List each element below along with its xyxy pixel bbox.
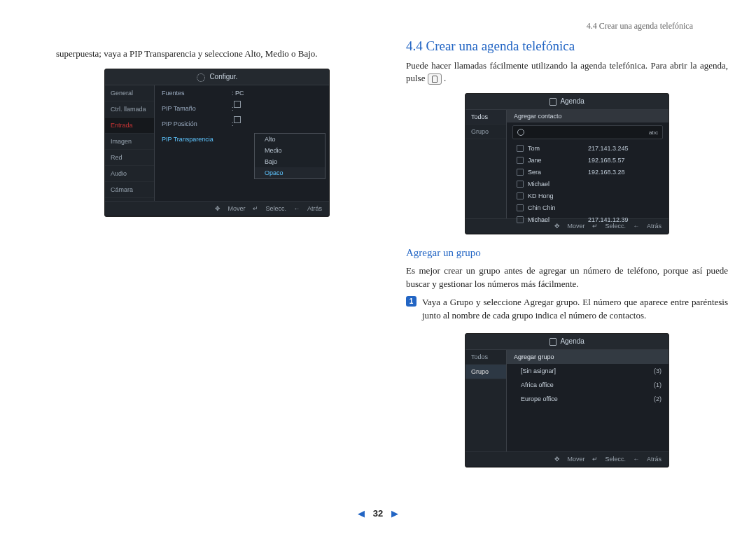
contact-row: KD Hong — [507, 190, 668, 202]
popup-opaco: Opaco — [255, 167, 325, 178]
side-entrada: Entrada — [105, 118, 154, 134]
side-audio: Audio — [105, 166, 154, 182]
popup-bajo: Bajo — [255, 156, 325, 167]
contact-row: Tom217.141.3.245 — [507, 142, 668, 154]
side-todos: Todos — [465, 110, 506, 125]
row-fuentes-val: : PC — [232, 85, 244, 101]
step1: 1 Vaya a Grupo y seleccione Agregar grup… — [406, 296, 728, 323]
p1: Puede hacer llamadas fácilmente utilizan… — [406, 59, 728, 85]
header-breadcrumb: 4.4 Crear una agenda telefónica — [587, 21, 693, 31]
group-row: Europe office(2) — [507, 392, 668, 406]
row-piptrans: PIP Transparencia — [162, 132, 232, 147]
abc-label: abc — [649, 129, 658, 136]
agenda1-main: Agregar contacto abc Tom217.141.3.245 Ja… — [507, 110, 668, 218]
agenda1-side: Todos Grupo — [465, 110, 507, 218]
agenda1-search: abc — [512, 125, 663, 139]
config-sidebar: General Ctrl. llamada Entrada Imagen Red… — [105, 85, 155, 201]
prev-page-icon[interactable]: ◀ — [358, 508, 365, 519]
section-heading: 4.4 Crear una agenda telefónica — [406, 38, 728, 54]
book-icon — [550, 98, 556, 106]
side-ctrl: Ctrl. llamada — [105, 101, 154, 118]
checkbox-icon — [517, 216, 524, 223]
config-main: Fuentes: PC PIP Tamaño: PIP Posición: PI… — [155, 85, 329, 201]
transparency-popup: Alto Medio Bajo Opaco — [254, 133, 326, 179]
left-intro-text: superpuesta; vaya a PIP Transparencia y … — [56, 48, 378, 60]
subsection-heading: Agregar un grupo — [406, 247, 728, 259]
contact-row: Jane192.168.5.57 — [507, 154, 668, 166]
group-row: [Sin asignar](3) — [507, 364, 668, 378]
agenda2-title: Agenda — [465, 334, 668, 350]
page-number: 32 — [373, 508, 383, 519]
next-page-icon[interactable]: ▶ — [391, 508, 398, 519]
foot-move: ✥ Mover — [215, 205, 246, 212]
agenda1-addbar: Agregar contacto — [507, 110, 668, 122]
contact-row: Michael217.141.12.39 — [507, 213, 668, 225]
agenda2-main: Agregar grupo [Sin asignar](3) Africa of… — [507, 350, 668, 451]
config-title-text: Configur. — [209, 73, 237, 80]
pippos-icon — [234, 116, 241, 123]
agenda1-title: Agenda — [465, 94, 668, 110]
agenda2-screenshot: Agenda Todos Grupo Agregar grupo [Sin as… — [465, 333, 669, 468]
side-grupo: Grupo — [465, 125, 506, 139]
contact-row: Michael — [507, 178, 668, 190]
step1-text: Vaya a Grupo y seleccione Agregar grupo.… — [422, 296, 728, 323]
group-row: Africa office(1) — [507, 378, 668, 392]
checkbox-icon — [517, 204, 524, 211]
gear-icon — [197, 73, 205, 82]
book-icon — [550, 338, 556, 346]
page-body: superpuesta; vaya a PIP Transparencia y … — [0, 0, 756, 490]
phonebook-button-icon — [428, 73, 442, 85]
agenda2-side: Todos Grupo — [465, 350, 507, 451]
side2-todos: Todos — [465, 350, 506, 365]
agenda2-head: Agregar grupo — [507, 350, 668, 364]
side-general: General — [105, 85, 154, 101]
side2-grupo: Grupo — [465, 365, 506, 379]
side-red: Red — [105, 150, 154, 166]
contact-row: Sera192.168.3.28 — [507, 166, 668, 178]
contact-row: Chin Chin — [507, 202, 668, 213]
search-icon — [517, 129, 524, 136]
checkbox-icon — [517, 192, 524, 199]
popup-medio: Medio — [255, 145, 325, 156]
p2: Es mejor crear un grupo antes de agregar… — [406, 265, 728, 290]
foot-back: ← Atrás — [293, 205, 322, 212]
side-imagen: Imagen — [105, 134, 154, 150]
right-column: 4.4 Crear una agenda telefónica Puede ha… — [406, 21, 728, 476]
checkbox-icon — [517, 181, 524, 188]
row-fuentes: Fuentes — [162, 85, 232, 101]
side-camara: Cámara — [105, 182, 154, 198]
config-screenshot: Configur. General Ctrl. llamada Entrada … — [104, 69, 330, 217]
step-badge-1: 1 — [406, 296, 416, 307]
row-piptam: PIP Tamaño — [162, 101, 232, 116]
config-title: Configur. — [105, 69, 329, 85]
piptam-icon — [234, 101, 241, 108]
agenda1-title-text: Agenda — [560, 97, 584, 105]
row-pippos: PIP Posición — [162, 116, 232, 132]
page-footer: ◀ 32 ▶ — [0, 507, 756, 519]
config-footer: ✥ Mover ↵ Selecc. ← Atrás — [105, 201, 329, 216]
agenda2-title-text: Agenda — [560, 337, 584, 345]
p1a: Puede hacer llamadas fácilmente utilizan… — [406, 60, 728, 83]
checkbox-icon — [517, 169, 524, 176]
left-column: superpuesta; vaya a PIP Transparencia y … — [56, 21, 378, 476]
popup-alto: Alto — [255, 134, 325, 145]
checkbox-icon — [517, 157, 524, 164]
agenda1-screenshot: Agenda Todos Grupo Agregar contacto abc … — [465, 93, 669, 234]
foot-select: ↵ Selecc. — [253, 205, 286, 212]
checkbox-icon — [517, 145, 524, 152]
agenda2-footer: ✥ Mover ↵ Selecc. ← Atrás — [465, 451, 668, 466]
p1b: . — [444, 73, 446, 83]
